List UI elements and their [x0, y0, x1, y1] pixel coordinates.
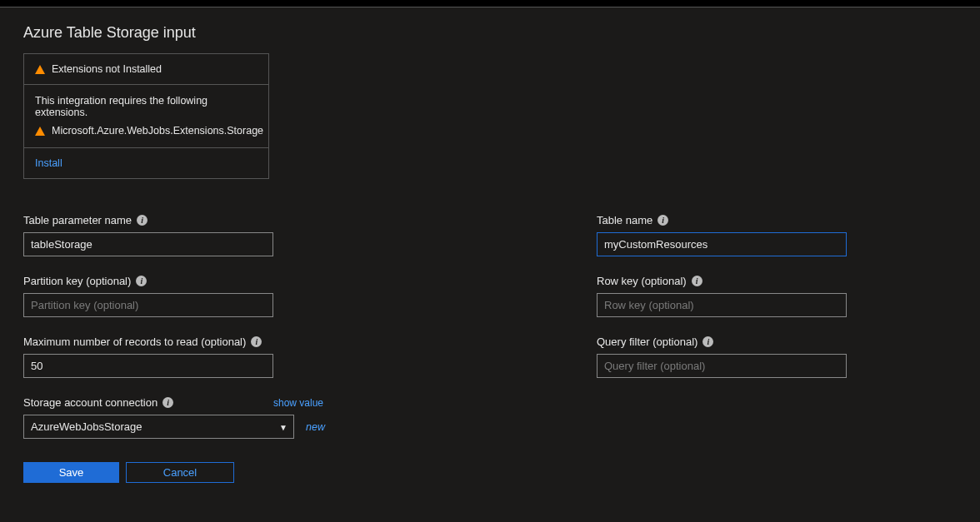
page: Azure Table Storage input Extensions not…: [0, 7, 980, 522]
label-query-filter: Query filter (optional): [597, 336, 698, 348]
field-storage-connection: Storage account connection i show value …: [23, 396, 323, 439]
extensions-install-row: Install: [24, 148, 268, 178]
field-table-name: Table name i: [597, 214, 847, 256]
cancel-button[interactable]: Cancel: [126, 462, 234, 483]
warning-icon: [35, 127, 45, 136]
extensions-header: Extensions not Installed: [52, 63, 162, 75]
extension-item: Microsoft.Azure.WebJobs.Extensions.Stora…: [52, 125, 263, 137]
left-column: Table parameter name i Partition key (op…: [23, 214, 323, 483]
warning-icon: [35, 65, 45, 74]
info-icon[interactable]: i: [692, 276, 702, 286]
field-query-filter: Query filter (optional) i: [597, 336, 847, 378]
extensions-body: This integration requires the following …: [24, 85, 268, 148]
extensions-panel: Extensions not Installed This integratio…: [23, 53, 269, 179]
info-icon[interactable]: i: [251, 336, 262, 347]
input-row-key[interactable]: [597, 293, 847, 317]
install-link[interactable]: Install: [35, 157, 62, 169]
input-query-filter[interactable]: [597, 354, 847, 378]
input-table-name[interactable]: [597, 232, 847, 256]
field-row-key: Row key (optional) i: [597, 275, 847, 317]
select-storage-connection[interactable]: AzureWebJobsStorage: [23, 415, 294, 439]
info-icon[interactable]: i: [136, 276, 147, 286]
label-table-parameter: Table parameter name: [23, 214, 132, 226]
save-button[interactable]: Save: [23, 462, 119, 483]
right-column: Table name i Row key (optional) i: [597, 214, 847, 483]
label-max-records: Maximum number of records to read (optio…: [23, 336, 246, 348]
field-max-records: Maximum number of records to read (optio…: [23, 336, 323, 378]
label-table-name: Table name: [597, 214, 652, 226]
info-icon[interactable]: i: [702, 336, 713, 347]
field-partition-key: Partition key (optional) i: [23, 275, 323, 317]
button-row: Save Cancel: [23, 462, 323, 483]
label-partition-key: Partition key (optional): [23, 275, 131, 287]
label-row-key: Row key (optional): [597, 275, 687, 287]
show-value-link[interactable]: show value: [273, 397, 323, 409]
extensions-header-row: Extensions not Installed: [24, 54, 268, 85]
field-table-parameter: Table parameter name i: [23, 214, 323, 256]
page-title: Azure Table Storage input: [23, 24, 957, 42]
label-storage-connection: Storage account connection: [23, 396, 158, 409]
info-icon[interactable]: i: [162, 397, 173, 408]
input-table-parameter[interactable]: [23, 232, 273, 256]
input-max-records[interactable]: [23, 354, 273, 378]
extensions-description: This integration requires the following …: [35, 95, 258, 118]
form-columns: Table parameter name i Partition key (op…: [23, 214, 957, 483]
info-icon[interactable]: i: [137, 215, 148, 226]
info-icon[interactable]: i: [658, 215, 668, 226]
new-connection-link[interactable]: new: [306, 421, 325, 433]
input-partition-key[interactable]: [23, 293, 273, 317]
